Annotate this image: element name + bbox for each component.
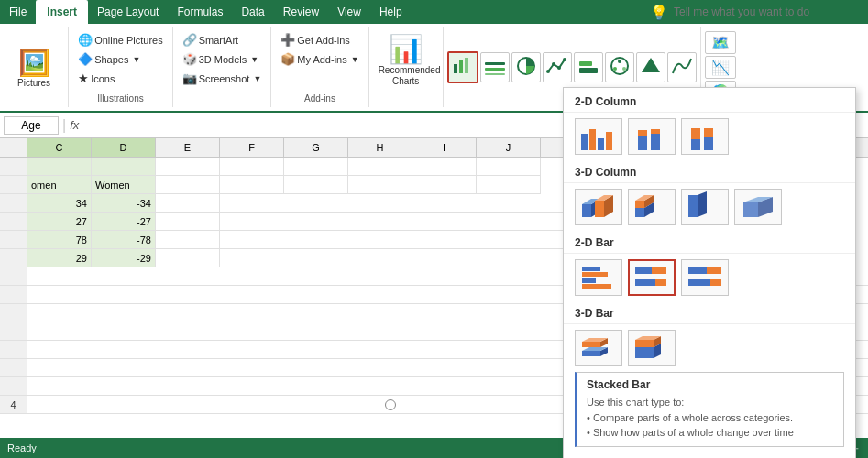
tab-help[interactable]: Help (370, 0, 412, 24)
cell[interactable] (220, 249, 587, 267)
group-recommended-charts: 📊 Recommended Charts (369, 27, 444, 107)
chart-row-3d-column (564, 183, 855, 231)
tab-formulas[interactable]: Formulas (168, 0, 232, 24)
svg-rect-52 (635, 279, 655, 286)
chart-btn-col3d-2[interactable] (628, 189, 676, 225)
cell[interactable] (348, 176, 412, 194)
cell[interactable] (477, 176, 541, 194)
cell[interactable] (412, 176, 477, 194)
cell-women-header[interactable]: omen (27, 176, 92, 194)
svg-marker-42 (698, 191, 707, 217)
chart-btn-col2d-1[interactable] (575, 118, 622, 155)
name-box[interactable] (4, 116, 59, 135)
svg-marker-64 (635, 347, 654, 358)
cell[interactable] (156, 249, 220, 267)
cell[interactable] (220, 176, 284, 194)
chart-btn-bar3d-1[interactable] (575, 330, 622, 366)
cell[interactable] (220, 194, 587, 213)
cell[interactable] (27, 158, 92, 176)
chart-btn-col2d-3[interactable] (681, 118, 729, 155)
chart-btn-bar2d-3[interactable] (681, 259, 729, 296)
row-header (0, 213, 27, 231)
chart-type-dropdown: 2-D Column (563, 87, 856, 458)
chart-type-5-button[interactable] (574, 52, 603, 82)
svg-rect-3 (485, 62, 505, 65)
icons-button[interactable]: ★ Icons (74, 70, 167, 87)
chart-btn-col3d-3[interactable] (681, 189, 729, 225)
chart-btn-col2d-2[interactable] (628, 118, 676, 155)
cell-34[interactable]: 34 (27, 194, 92, 213)
my-addins-button[interactable]: 📦 My Add-ins ▼ (277, 50, 362, 68)
pictures-button[interactable]: 🖼️ Pictures (9, 43, 59, 93)
cell[interactable] (284, 176, 348, 194)
chart-type-4-button[interactable] (543, 52, 572, 82)
tab-data[interactable]: Data (232, 0, 273, 24)
svg-point-14 (618, 60, 621, 63)
scroll-handle[interactable] (385, 399, 396, 410)
3d-models-button[interactable]: 🎲 3D Models ▼ (179, 50, 266, 68)
lightbulb-icon: 💡 (650, 4, 668, 21)
cell[interactable] (156, 213, 220, 231)
section-title-3d-column: 3-D Column (564, 160, 855, 183)
chart-row-2d-bar (564, 254, 855, 301)
tab-review[interactable]: Review (274, 0, 328, 24)
svg-marker-29 (582, 204, 591, 217)
cell[interactable] (477, 158, 541, 176)
cell-neg78[interactable]: -78 (92, 231, 156, 249)
cell[interactable] (220, 213, 587, 231)
cell[interactable] (220, 158, 284, 176)
online-pictures-button[interactable]: 🌐 Online Pictures (74, 31, 167, 49)
tab-insert[interactable]: Insert (36, 0, 88, 24)
col-header-h: H (348, 138, 412, 157)
cell[interactable] (412, 158, 477, 176)
chart-btn-col3d-1[interactable] (575, 189, 622, 225)
pivot-chart-button[interactable]: 📉 (705, 56, 736, 79)
more-charts-row[interactable]: 📊 More Colum... (564, 453, 855, 459)
cell[interactable] (348, 158, 412, 176)
svg-point-10 (563, 58, 566, 61)
screenshot-icon: 📷 (182, 71, 197, 85)
chart-btn-bar2d-2-selected[interactable] (628, 259, 676, 296)
cell[interactable] (156, 176, 220, 194)
cell[interactable] (156, 231, 220, 249)
cell-women-header2[interactable]: Women (92, 176, 156, 194)
chart-type-8-button[interactable] (667, 52, 697, 82)
chart-type-6-button[interactable] (605, 52, 634, 82)
cell[interactable] (156, 194, 220, 213)
screenshot-arrow: ▼ (253, 74, 261, 83)
maps-chart-button[interactable]: 🗺️ (705, 31, 736, 54)
chart-btn-col3d-4[interactable] (734, 189, 782, 225)
tab-page-layout[interactable]: Page Layout (88, 0, 168, 24)
svg-rect-21 (638, 136, 647, 150)
cell[interactable] (284, 158, 348, 176)
smartart-button[interactable]: 🔗 SmartArt (179, 31, 266, 49)
cell-neg29[interactable]: -29 (92, 249, 156, 267)
svg-rect-56 (688, 279, 710, 286)
cell-neg27[interactable]: -27 (92, 213, 156, 231)
chart-btn-bar3d-2[interactable] (628, 330, 676, 366)
cell-29[interactable]: 29 (27, 249, 92, 267)
column-chart-button[interactable] (447, 51, 478, 83)
row-header (0, 158, 27, 176)
cell[interactable] (156, 158, 220, 176)
tab-view[interactable]: View (328, 0, 370, 24)
cell-78[interactable]: 78 (27, 231, 92, 249)
screenshot-button[interactable]: 📷 Screenshot ▼ (179, 70, 266, 87)
chart-type-3-button[interactable] (511, 52, 541, 82)
cell[interactable] (220, 231, 587, 249)
chart-btn-bar2d-1[interactable] (575, 259, 622, 296)
tab-file[interactable]: File (0, 0, 36, 24)
cell-27[interactable]: 27 (27, 213, 92, 231)
tell-me-input[interactable] (674, 5, 857, 18)
recommended-charts-button[interactable]: 📊 Recommended Charts (377, 31, 435, 89)
svg-marker-41 (688, 195, 698, 217)
shapes-button[interactable]: 🔷 Shapes ▼ (74, 50, 167, 68)
chart-row-2d-column (564, 113, 855, 160)
svg-rect-20 (606, 132, 612, 150)
chart-type-7-button[interactable] (636, 52, 665, 82)
get-addins-button[interactable]: ➕ Get Add-ins (277, 31, 362, 49)
cell[interactable] (92, 158, 156, 176)
cell-neg34[interactable]: -34 (92, 194, 156, 213)
smartart-icon: 🔗 (182, 33, 197, 47)
chart-type-2-button[interactable] (480, 52, 510, 82)
